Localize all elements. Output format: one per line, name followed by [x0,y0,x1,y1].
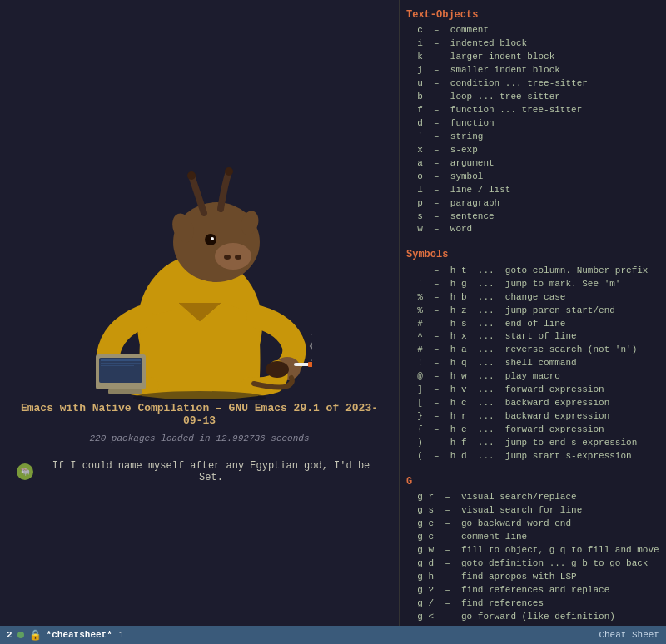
status-right-label: Cheat Sheet [599,630,659,640]
svg-point-7 [187,171,196,180]
g-visual-line: g s – visual search for line [406,504,659,518]
item-paragraph: p – paragraph [406,197,659,211]
item-loop: b – loop ... tree-sitter [406,91,659,104]
sym-forward-expr-e: { – h e ... forward expression [406,424,659,437]
item-comment: c – comment [406,24,659,37]
g-find-refs-replace: g ? – find references and replace [406,584,659,597]
text-objects-items: c – comment i – indented block k – large… [406,24,659,236]
sym-backward-expr-c: [ – h c ... backward expression [406,397,659,410]
sym-goto-col: | – h t ... goto column. Number prefix [406,265,659,278]
svg-point-16 [266,361,289,378]
item-function: d – function [406,117,659,131]
sym-reverse-search: # – h a ... reverse search (not 'n') [406,344,659,357]
svg-rect-21 [101,365,134,366]
svg-point-5 [205,234,216,245]
item-symbol: o – symbol [406,171,659,184]
item-function-tree: f – function ... tree-sitter [406,104,659,117]
gnu-icon: 🐃 [17,463,33,480]
g-go-forward: g < – go forward (like definition) [406,611,659,624]
svg-point-4 [235,255,241,260]
g-goto-def: g d – goto definition ... g b to go back [406,557,659,571]
g-items: g r – visual search/replace g s – visual… [406,491,659,644]
sym-end-line: # – h s ... end of line [406,318,659,331]
status-filename: *cheatsheet* [47,630,112,640]
status-number-left: 2 [7,630,12,640]
item-larger-indent: k – larger indent block [406,51,659,64]
g-visual-replace: g r – visual search/replace [406,491,659,504]
g-find-refs: g / – find references [406,597,659,611]
symbols-items: | – h t ... goto column. Number prefix '… [406,265,659,463]
svg-point-8 [225,167,233,176]
sym-jump-paren: % – h z ... jump paren start/end [406,305,659,318]
gnu-mascot-image [83,161,316,402]
item-condition: u – condition ... tree-sitter [406,77,659,91]
right-panel: Text-Objects c – comment i – indented bl… [400,0,666,644]
g-backward-word: g e – go backward word end [406,518,659,531]
sym-jump-end-sexp: ) – h f ... jump to end s-expression [406,437,659,450]
g-fill-object: g w – fill to object, g q to fill and mo… [406,544,659,557]
g-find-apropos: g h – find apropos with LSP [406,571,659,584]
packages-subtitle: 220 packages loaded in 12.992736 seconds [89,433,309,443]
item-sentence: s – sentence [406,211,659,224]
svg-rect-18 [99,358,142,383]
g-comment-line: g c – comment line [406,531,659,544]
item-sexp: x – s-exp [406,144,659,157]
status-lock-icon: 🔒 [29,629,42,642]
left-panel: Emacs with Native Compilation – GNU Emac… [0,0,400,644]
emacs-title: Emacs with Native Compilation – GNU Emac… [17,402,382,427]
sym-change-case: % – h b ... change case [406,291,659,305]
item-argument: a – argument [406,157,659,171]
sym-jump-start-sexp: ( – h d ... jump start s-expression [406,450,659,463]
section-title-symbols: Symbols [406,248,659,262]
item-line-list: l – line / list [406,184,659,197]
section-title-text-objects: Text-Objects [406,8,659,22]
sym-play-macro: @ – h w ... play macro [406,370,659,384]
sym-start-line: ^ – h x ... start of line [406,330,659,344]
sym-jump-mark: ' – h g ... jump to mark. See 'm' [406,278,659,291]
status-bar: 2 🔒 *cheatsheet* 1 Cheat Sheet [0,626,666,644]
svg-point-6 [211,237,214,240]
svg-rect-14 [308,362,312,367]
item-string: ' – string [406,131,659,144]
status-dot-indicator [17,632,24,638]
status-number-right: 1 [119,630,125,640]
svg-rect-22 [108,389,142,394]
section-title-g: G [406,475,659,489]
quote-line: 🐃 If I could name myself after any Egypt… [17,460,382,483]
item-indented: i – indented block [406,37,659,51]
sym-forward-expr: ] – h v ... forward expression [406,384,659,397]
item-smaller-indent: j – smaller indent block [406,64,659,77]
svg-point-2 [215,243,251,270]
svg-point-3 [224,255,231,260]
svg-rect-19 [101,359,141,361]
svg-rect-20 [101,363,141,364]
sym-shell-cmd: ! – h q ... shell command [406,357,659,370]
item-word: w – word [406,223,659,236]
quote-text: If I could name myself after any Egyptia… [40,460,382,483]
sym-backward-expr-r: } – h r ... backward expression [406,410,659,424]
